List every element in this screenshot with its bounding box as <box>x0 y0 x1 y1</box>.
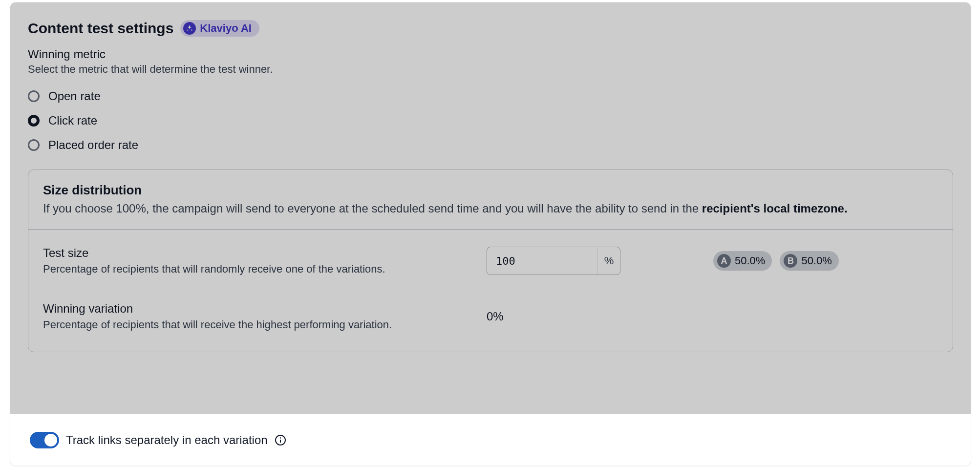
radio-click-rate[interactable] <box>28 115 40 127</box>
sparkle-icon <box>183 22 196 35</box>
variation-letter-b: B <box>784 254 797 268</box>
winning-variation-label: Winning variation <box>43 302 475 316</box>
winning-metric-helper: Select the metric that will determine th… <box>28 63 953 76</box>
test-size-suffix: % <box>597 247 620 275</box>
ai-badge-label: Klaviyo AI <box>200 22 252 35</box>
toggle-knob <box>44 434 57 446</box>
info-icon[interactable] <box>275 434 286 446</box>
variation-percent-b: 50.0% <box>801 255 831 267</box>
size-distribution-title: Size distribution <box>43 183 938 198</box>
winning-metric-radios: Open rate Click rate Placed order rate <box>28 89 953 152</box>
radio-placed-order-rate[interactable] <box>28 139 40 151</box>
track-links-label: Track links separately in each variation <box>66 433 268 447</box>
winning-metric-label: Winning metric <box>28 47 953 61</box>
radio-placed-order-rate-label: Placed order rate <box>48 138 138 152</box>
test-size-input-wrapper: % <box>487 247 620 275</box>
variation-pill-a: A 50.0% <box>713 251 772 271</box>
page-title: Content test settings <box>28 20 173 37</box>
test-size-helper: Percentage of recipients that will rando… <box>43 263 475 276</box>
winning-variation-value: 0% <box>487 310 504 323</box>
track-links-toggle[interactable] <box>30 432 59 448</box>
radio-open-rate[interactable] <box>28 90 40 102</box>
radio-open-rate-label: Open rate <box>48 89 101 103</box>
test-size-input[interactable] <box>487 247 597 275</box>
size-distribution-description-prefix: If you choose 100%, the campaign will se… <box>43 202 702 215</box>
test-size-label: Test size <box>43 246 475 260</box>
size-distribution-description-strong: recipient's local timezone. <box>702 202 848 215</box>
variation-letter-a: A <box>717 254 731 268</box>
size-distribution-panel: Size distribution If you choose 100%, th… <box>28 170 953 352</box>
klaviyo-ai-badge[interactable]: Klaviyo AI <box>180 20 259 37</box>
settings-card: Content test settings Klaviyo AI Winning… <box>10 2 971 466</box>
variation-pills: A 50.0% B 50.0% <box>713 251 938 271</box>
variation-percent-a: 50.0% <box>735 255 765 267</box>
winning-variation-helper: Percentage of recipients that will recei… <box>43 318 475 331</box>
track-links-bar: Track links separately in each variation <box>10 415 971 466</box>
radio-click-rate-label: Click rate <box>48 114 97 127</box>
size-distribution-description: If you choose 100%, the campaign will se… <box>43 201 938 216</box>
svg-point-2 <box>279 437 280 438</box>
variation-pill-b: B 50.0% <box>780 251 838 271</box>
